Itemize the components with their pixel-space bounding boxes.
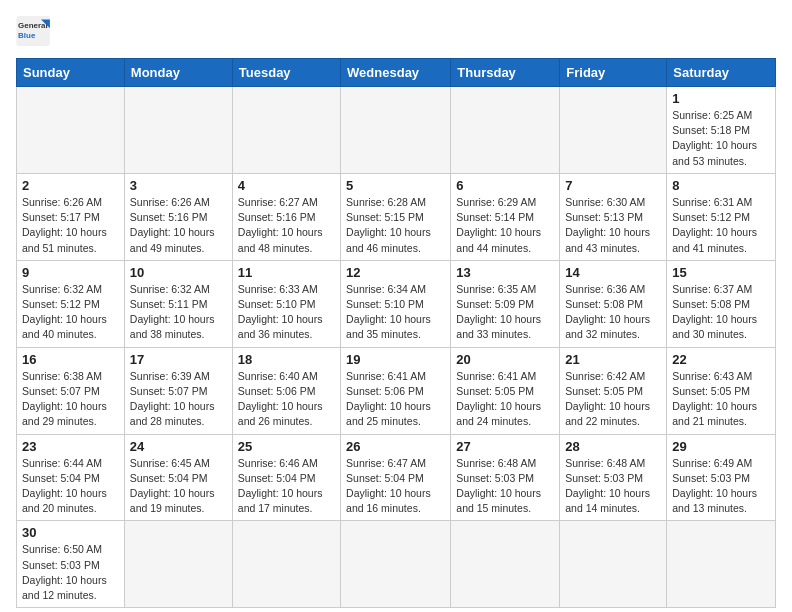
calendar: SundayMondayTuesdayWednesdayThursdayFrid… [16, 58, 776, 608]
day-info: Sunrise: 6:31 AMSunset: 5:12 PMDaylight:… [672, 195, 770, 256]
day-info: Sunrise: 6:33 AMSunset: 5:10 PMDaylight:… [238, 282, 335, 343]
day-info: Sunrise: 6:30 AMSunset: 5:13 PMDaylight:… [565, 195, 661, 256]
calendar-cell: 28Sunrise: 6:48 AMSunset: 5:03 PMDayligh… [560, 434, 667, 521]
day-info: Sunrise: 6:41 AMSunset: 5:05 PMDaylight:… [456, 369, 554, 430]
day-number: 19 [346, 352, 445, 367]
calendar-cell: 20Sunrise: 6:41 AMSunset: 5:05 PMDayligh… [451, 347, 560, 434]
day-info: Sunrise: 6:32 AMSunset: 5:11 PMDaylight:… [130, 282, 227, 343]
calendar-cell: 25Sunrise: 6:46 AMSunset: 5:04 PMDayligh… [232, 434, 340, 521]
calendar-cell: 29Sunrise: 6:49 AMSunset: 5:03 PMDayligh… [667, 434, 776, 521]
day-info: Sunrise: 6:34 AMSunset: 5:10 PMDaylight:… [346, 282, 445, 343]
day-of-week-header: Thursday [451, 59, 560, 87]
day-info: Sunrise: 6:47 AMSunset: 5:04 PMDaylight:… [346, 456, 445, 517]
calendar-cell: 8Sunrise: 6:31 AMSunset: 5:12 PMDaylight… [667, 173, 776, 260]
header: General Blue [16, 16, 776, 46]
calendar-cell [560, 87, 667, 174]
calendar-cell: 19Sunrise: 6:41 AMSunset: 5:06 PMDayligh… [341, 347, 451, 434]
day-number: 10 [130, 265, 227, 280]
calendar-cell: 30Sunrise: 6:50 AMSunset: 5:03 PMDayligh… [17, 521, 125, 608]
day-info: Sunrise: 6:26 AMSunset: 5:16 PMDaylight:… [130, 195, 227, 256]
calendar-cell: 1Sunrise: 6:25 AMSunset: 5:18 PMDaylight… [667, 87, 776, 174]
day-number: 24 [130, 439, 227, 454]
day-info: Sunrise: 6:35 AMSunset: 5:09 PMDaylight:… [456, 282, 554, 343]
day-info: Sunrise: 6:28 AMSunset: 5:15 PMDaylight:… [346, 195, 445, 256]
day-info: Sunrise: 6:46 AMSunset: 5:04 PMDaylight:… [238, 456, 335, 517]
day-number: 12 [346, 265, 445, 280]
calendar-cell [232, 87, 340, 174]
calendar-cell: 23Sunrise: 6:44 AMSunset: 5:04 PMDayligh… [17, 434, 125, 521]
day-of-week-header: Friday [560, 59, 667, 87]
calendar-cell: 9Sunrise: 6:32 AMSunset: 5:12 PMDaylight… [17, 260, 125, 347]
day-number: 16 [22, 352, 119, 367]
calendar-cell: 27Sunrise: 6:48 AMSunset: 5:03 PMDayligh… [451, 434, 560, 521]
calendar-cell: 26Sunrise: 6:47 AMSunset: 5:04 PMDayligh… [341, 434, 451, 521]
svg-text:General: General [18, 21, 48, 30]
day-info: Sunrise: 6:48 AMSunset: 5:03 PMDaylight:… [456, 456, 554, 517]
day-number: 17 [130, 352, 227, 367]
day-info: Sunrise: 6:49 AMSunset: 5:03 PMDaylight:… [672, 456, 770, 517]
calendar-cell: 18Sunrise: 6:40 AMSunset: 5:06 PMDayligh… [232, 347, 340, 434]
day-info: Sunrise: 6:29 AMSunset: 5:14 PMDaylight:… [456, 195, 554, 256]
day-number: 23 [22, 439, 119, 454]
calendar-cell: 10Sunrise: 6:32 AMSunset: 5:11 PMDayligh… [124, 260, 232, 347]
calendar-cell: 7Sunrise: 6:30 AMSunset: 5:13 PMDaylight… [560, 173, 667, 260]
day-info: Sunrise: 6:43 AMSunset: 5:05 PMDaylight:… [672, 369, 770, 430]
day-number: 6 [456, 178, 554, 193]
day-info: Sunrise: 6:44 AMSunset: 5:04 PMDaylight:… [22, 456, 119, 517]
calendar-cell: 2Sunrise: 6:26 AMSunset: 5:17 PMDaylight… [17, 173, 125, 260]
calendar-cell [341, 87, 451, 174]
day-info: Sunrise: 6:45 AMSunset: 5:04 PMDaylight:… [130, 456, 227, 517]
day-number: 27 [456, 439, 554, 454]
day-number: 5 [346, 178, 445, 193]
day-number: 18 [238, 352, 335, 367]
day-info: Sunrise: 6:50 AMSunset: 5:03 PMDaylight:… [22, 542, 119, 603]
day-info: Sunrise: 6:32 AMSunset: 5:12 PMDaylight:… [22, 282, 119, 343]
day-number: 30 [22, 525, 119, 540]
day-info: Sunrise: 6:37 AMSunset: 5:08 PMDaylight:… [672, 282, 770, 343]
calendar-cell [667, 521, 776, 608]
calendar-cell: 6Sunrise: 6:29 AMSunset: 5:14 PMDaylight… [451, 173, 560, 260]
day-number: 15 [672, 265, 770, 280]
calendar-cell: 24Sunrise: 6:45 AMSunset: 5:04 PMDayligh… [124, 434, 232, 521]
calendar-cell [124, 521, 232, 608]
calendar-cell: 21Sunrise: 6:42 AMSunset: 5:05 PMDayligh… [560, 347, 667, 434]
calendar-cell: 15Sunrise: 6:37 AMSunset: 5:08 PMDayligh… [667, 260, 776, 347]
day-number: 11 [238, 265, 335, 280]
day-number: 22 [672, 352, 770, 367]
calendar-cell: 22Sunrise: 6:43 AMSunset: 5:05 PMDayligh… [667, 347, 776, 434]
day-number: 1 [672, 91, 770, 106]
day-number: 21 [565, 352, 661, 367]
day-info: Sunrise: 6:48 AMSunset: 5:03 PMDaylight:… [565, 456, 661, 517]
day-number: 4 [238, 178, 335, 193]
logo: General Blue [16, 16, 52, 46]
calendar-cell: 17Sunrise: 6:39 AMSunset: 5:07 PMDayligh… [124, 347, 232, 434]
day-info: Sunrise: 6:41 AMSunset: 5:06 PMDaylight:… [346, 369, 445, 430]
calendar-cell: 5Sunrise: 6:28 AMSunset: 5:15 PMDaylight… [341, 173, 451, 260]
day-number: 20 [456, 352, 554, 367]
day-info: Sunrise: 6:25 AMSunset: 5:18 PMDaylight:… [672, 108, 770, 169]
day-info: Sunrise: 6:27 AMSunset: 5:16 PMDaylight:… [238, 195, 335, 256]
day-number: 28 [565, 439, 661, 454]
calendar-cell: 4Sunrise: 6:27 AMSunset: 5:16 PMDaylight… [232, 173, 340, 260]
day-info: Sunrise: 6:36 AMSunset: 5:08 PMDaylight:… [565, 282, 661, 343]
day-info: Sunrise: 6:26 AMSunset: 5:17 PMDaylight:… [22, 195, 119, 256]
day-of-week-header: Saturday [667, 59, 776, 87]
calendar-cell: 11Sunrise: 6:33 AMSunset: 5:10 PMDayligh… [232, 260, 340, 347]
day-number: 3 [130, 178, 227, 193]
day-number: 7 [565, 178, 661, 193]
calendar-cell [451, 521, 560, 608]
day-info: Sunrise: 6:42 AMSunset: 5:05 PMDaylight:… [565, 369, 661, 430]
calendar-cell: 12Sunrise: 6:34 AMSunset: 5:10 PMDayligh… [341, 260, 451, 347]
day-number: 25 [238, 439, 335, 454]
calendar-cell: 14Sunrise: 6:36 AMSunset: 5:08 PMDayligh… [560, 260, 667, 347]
calendar-cell [17, 87, 125, 174]
calendar-cell: 3Sunrise: 6:26 AMSunset: 5:16 PMDaylight… [124, 173, 232, 260]
day-info: Sunrise: 6:40 AMSunset: 5:06 PMDaylight:… [238, 369, 335, 430]
calendar-cell: 16Sunrise: 6:38 AMSunset: 5:07 PMDayligh… [17, 347, 125, 434]
day-info: Sunrise: 6:38 AMSunset: 5:07 PMDaylight:… [22, 369, 119, 430]
day-number: 2 [22, 178, 119, 193]
day-number: 13 [456, 265, 554, 280]
day-number: 8 [672, 178, 770, 193]
day-number: 14 [565, 265, 661, 280]
svg-text:Blue: Blue [18, 31, 36, 40]
